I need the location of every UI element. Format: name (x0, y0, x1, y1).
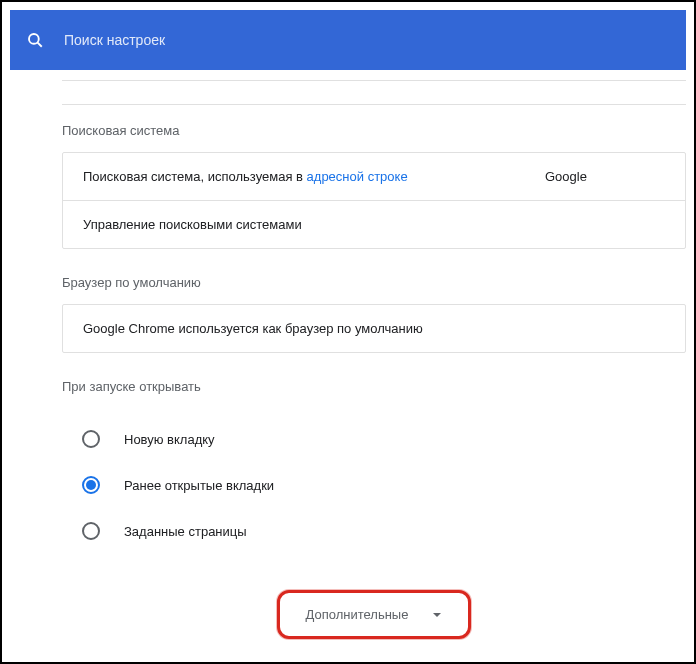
startup-option-new-tab[interactable]: Новую вкладку (62, 416, 686, 462)
search-icon (26, 31, 44, 49)
on-startup-options: Новую вкладку Ранее открытые вкладки Зад… (62, 408, 686, 570)
advanced-button[interactable]: Дополнительные (277, 590, 472, 639)
startup-option-specific-pages[interactable]: Заданные страницы (62, 508, 686, 554)
default-browser-status: Google Chrome используется как браузер п… (83, 321, 665, 336)
radio-icon (82, 430, 100, 448)
section-title-default-browser: Браузер по умолчанию (62, 275, 686, 290)
svg-point-0 (29, 34, 39, 44)
section-title-on-startup: При запуске открывать (62, 379, 686, 394)
startup-option-continue[interactable]: Ранее открытые вкладки (62, 462, 686, 508)
chevron-down-icon (432, 610, 442, 620)
section-title-search-engine: Поисковая система (62, 123, 686, 138)
search-engine-label: Поисковая система, используемая в адресн… (83, 169, 545, 184)
manage-search-engines-label: Управление поисковыми системами (83, 217, 665, 232)
default-browser-card: Google Chrome используется как браузер п… (62, 304, 686, 353)
search-engine-prefix: Поисковая система, используемая в (83, 169, 307, 184)
divider-strip (62, 80, 686, 105)
address-bar-link[interactable]: адресной строке (307, 169, 408, 184)
startup-option-label: Новую вкладку (124, 432, 215, 447)
search-engine-value[interactable]: Google (545, 169, 665, 184)
radio-icon (82, 522, 100, 540)
advanced-label: Дополнительные (306, 607, 409, 622)
settings-search-bar[interactable] (10, 10, 686, 70)
search-engine-card: Поисковая система, используемая в адресн… (62, 152, 686, 249)
startup-option-label: Заданные страницы (124, 524, 247, 539)
manage-search-engines-row[interactable]: Управление поисковыми системами (63, 201, 685, 248)
search-engine-row[interactable]: Поисковая система, используемая в адресн… (63, 153, 685, 201)
svg-line-1 (38, 43, 42, 47)
radio-icon (82, 476, 100, 494)
startup-option-label: Ранее открытые вкладки (124, 478, 274, 493)
search-input[interactable] (64, 32, 670, 48)
default-browser-status-row: Google Chrome используется как браузер п… (63, 305, 685, 352)
